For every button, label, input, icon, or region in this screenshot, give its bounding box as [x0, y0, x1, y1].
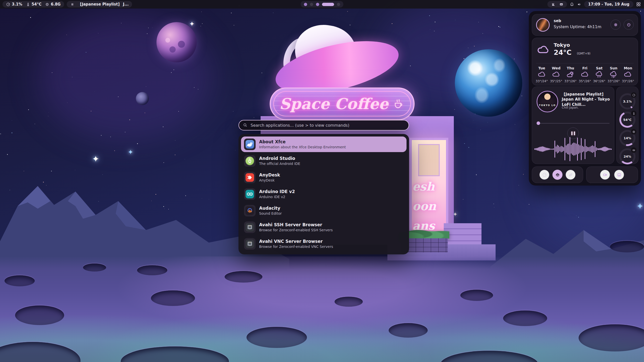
- app-list-item[interactable]: Arduino IDE v2 Arduino IDE v2: [241, 186, 407, 202]
- media-pill-label: 【Japanese Playlist】 J...: [78, 2, 129, 7]
- search-input[interactable]: [250, 123, 405, 128]
- app-list-item[interactable]: Avahi VNC Server Browser Browse for Zero…: [241, 236, 407, 252]
- partly-sunny-icon: [566, 71, 575, 78]
- workspace-dot[interactable]: [337, 3, 340, 6]
- app-desc: Browse for Zeroconf-enabled VNC Servers: [259, 244, 333, 249]
- performance-profile-button[interactable]: [539, 170, 549, 180]
- forecast-day: Sun 33°/26°: [608, 66, 620, 83]
- system-stats-pill[interactable]: 3.1% 54°C 6.8G: [3, 1, 64, 8]
- app-list-item[interactable]: About Xfce Information about the Xfce De…: [241, 137, 407, 152]
- picture-icon[interactable]: [559, 2, 564, 7]
- crater: [225, 271, 262, 283]
- system-tray: [547, 1, 567, 8]
- app-list: About Xfce Information about the Xfce De…: [238, 134, 409, 254]
- app-list-item[interactable]: Avahi SSH Server Browser Browse for Zero…: [241, 219, 407, 235]
- screenshot-button[interactable]: [614, 170, 624, 180]
- app-list-item[interactable]: Android Studio The official Android IDE: [241, 153, 407, 169]
- disk-gauge: 24%: [619, 148, 635, 164]
- workspace-indicator: [301, 1, 343, 8]
- weather-timezone: (GMT+9): [577, 52, 590, 55]
- media-progress-bar[interactable]: [537, 121, 610, 125]
- chip-icon: [45, 2, 49, 7]
- speaker-icon[interactable]: [577, 2, 582, 7]
- media-player: TOKYO LO 【Japanese Playlist】 Japan All N…: [532, 86, 614, 164]
- app-desc: AnyDesk: [259, 178, 280, 183]
- app-desc: Browse for Zeroconf-enabled SSH Servers: [259, 228, 333, 232]
- arduino-icon: [244, 188, 256, 200]
- app-name: Android Studio: [259, 156, 300, 161]
- cafe-steps: [444, 223, 481, 247]
- crater: [460, 290, 493, 301]
- screen-record-button[interactable]: [600, 170, 610, 180]
- settings-button[interactable]: [611, 20, 621, 30]
- media-subtitle: Chill Japan.: [562, 106, 579, 109]
- forecast-day: Mon 33°/26°: [622, 66, 634, 83]
- avatar[interactable]: [536, 18, 550, 32]
- cloud-icon: [537, 71, 546, 78]
- forecast-day: Thu 33°/26°: [565, 66, 577, 83]
- crater: [335, 297, 363, 307]
- crater: [610, 241, 644, 252]
- balanced-profile-button[interactable]: [552, 170, 562, 180]
- progress-knob[interactable]: [537, 121, 540, 125]
- clock[interactable]: 17:09 - Tue, 19 Aug: [584, 1, 633, 8]
- crater: [5, 275, 35, 286]
- power-saver-profile-button[interactable]: [566, 170, 576, 180]
- album-art[interactable]: TOKYO LO: [537, 91, 558, 112]
- cafe-menu-board: [418, 144, 440, 176]
- top-bar: 3.1% 54°C 6.8G 【Japanese Playlist】 J...: [0, 0, 644, 9]
- workspace-dot[interactable]: [322, 3, 334, 6]
- android-studio-icon: [244, 155, 256, 167]
- workspace-dot[interactable]: [316, 3, 319, 6]
- topbar-right: 17:09 - Tue, 19 Aug: [547, 1, 644, 8]
- app-list-item[interactable]: Audacity Sound Editor: [241, 203, 407, 218]
- crater: [389, 323, 428, 338]
- avahi-ssh-icon: [244, 221, 256, 233]
- earth-planet: [455, 49, 522, 117]
- chip-icon: [631, 129, 636, 134]
- disk-icon: [631, 147, 636, 153]
- anydesk-icon: [244, 172, 256, 183]
- weather-city: Tokyo: [554, 42, 570, 48]
- crater: [137, 265, 167, 275]
- user-card: seb System Uptime: 4h11m: [532, 14, 638, 36]
- weather-cloud-icon: [537, 44, 550, 55]
- neon-cup-icon: [392, 98, 405, 109]
- media-pill[interactable]: 【Japanese Playlist】 J...: [67, 1, 132, 8]
- workspace-dot[interactable]: [304, 3, 307, 6]
- thermometer-icon: [26, 2, 30, 7]
- moon-ground: [0, 256, 644, 362]
- search-bar[interactable]: [238, 120, 409, 130]
- app-list-item[interactable]: AnyDesk AnyDesk: [241, 170, 407, 185]
- memory-stat: 6.8G: [45, 2, 61, 7]
- temperature-stat: 54°C: [26, 2, 42, 7]
- sparkle-star: ✦: [189, 20, 195, 28]
- cat-icon[interactable]: [551, 2, 555, 7]
- media-title: 【Japanese Playlist】 Japan All Night - To…: [562, 92, 610, 107]
- app-name: Avahi SSH Server Browser: [259, 222, 333, 228]
- thermometer-icon: [631, 111, 636, 116]
- small-moon: [136, 92, 149, 105]
- waveform: [535, 137, 611, 161]
- forecast-day: Fri 35°/26°: [579, 66, 591, 83]
- system-gauges: 3.1% 54°C 14% 24%: [616, 86, 638, 164]
- power-profiles: [532, 166, 583, 183]
- bell-icon[interactable]: [570, 2, 574, 7]
- workspace-dot[interactable]: [310, 3, 313, 6]
- app-desc: The official Android IDE: [259, 161, 300, 166]
- app-name: Arduino IDE v2: [259, 189, 295, 194]
- xfce-icon: [244, 139, 256, 150]
- purple-planet: [156, 22, 197, 62]
- window-neon-text: oon: [412, 199, 446, 213]
- power-button[interactable]: [624, 20, 634, 30]
- rain-icon: [595, 71, 604, 78]
- cpu-gauge: 3.1%: [619, 93, 635, 109]
- dashboard-icon[interactable]: [636, 2, 641, 7]
- desktop: ✦ ✦ ✦ ✦ ✦ esh oon ans: [0, 0, 644, 362]
- cloud-icon: [623, 71, 632, 78]
- pause-icon: [571, 131, 575, 135]
- temperature-gauge: 54°C: [619, 112, 635, 128]
- audacity-icon: [244, 205, 256, 216]
- cpu-usage-stat: 3.1%: [6, 2, 22, 7]
- capture-tools: [586, 166, 638, 183]
